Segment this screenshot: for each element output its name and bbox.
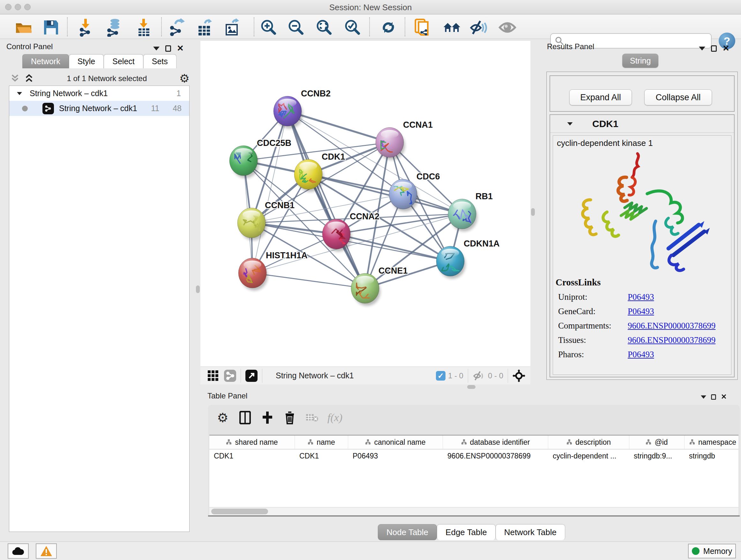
string-protein-query-button[interactable] (414, 18, 432, 37)
table-cell[interactable]: P06493 (348, 449, 443, 462)
network-row[interactable]: String Network – cdk1 11 48 (9, 101, 189, 116)
node-label-CDC6: CDC6 (416, 172, 440, 181)
edge-HIST1H1A-CCNE1[interactable] (253, 273, 365, 288)
hidden-eye-slash-icon[interactable] (473, 371, 485, 381)
network-share-icon[interactable] (224, 370, 236, 382)
node-HIST1H1A[interactable]: HIST1H1A (239, 251, 308, 291)
column-header-database-identifier[interactable]: database identifier (443, 435, 548, 449)
show-graphics-details-button[interactable] (498, 18, 516, 37)
warning-button[interactable] (36, 543, 57, 559)
save-session-button[interactable] (42, 18, 60, 37)
panel-float-icon[interactable] (711, 394, 716, 400)
tab-string[interactable]: String (622, 54, 658, 68)
import-network-from-database-button[interactable] (105, 18, 123, 37)
node-CDK1[interactable]: CDK1 (294, 152, 345, 192)
add-column-icon[interactable] (260, 411, 274, 425)
table-cell[interactable]: CDK1 (209, 449, 295, 462)
table-options-gear-icon[interactable]: ⚙ (216, 411, 230, 425)
network-options-gear-icon[interactable]: ⚙ (179, 73, 190, 84)
function-builder-icon[interactable]: f(x) (327, 412, 342, 424)
expand-all-button[interactable]: Expand All (569, 89, 632, 105)
edge-CCNA2-CDKN1A[interactable] (336, 234, 450, 261)
panel-float-icon[interactable] (711, 45, 717, 52)
panel-float-icon[interactable] (165, 45, 171, 52)
fit-target-icon[interactable] (513, 369, 525, 382)
import-table-button[interactable] (135, 18, 152, 37)
crosslink-link[interactable]: P06493 (628, 292, 654, 302)
table-cell[interactable]: stringdb:9... (629, 449, 684, 462)
hide-unhide-button[interactable] (470, 18, 488, 37)
selected-nodes-checkbox-icon[interactable]: ✓ (436, 371, 446, 381)
crosslink-link[interactable]: 9606.ENSP00000378699 (628, 321, 716, 331)
delete-table-icon[interactable] (305, 411, 319, 425)
birds-eye-grid-icon[interactable] (207, 370, 219, 381)
tab-style[interactable]: Style (69, 54, 104, 68)
cloud-button[interactable] (8, 543, 29, 559)
zoom-fit-button[interactable] (315, 18, 333, 37)
table-cell[interactable]: 9606.ENSP00000378699 (443, 449, 548, 462)
tab-edge-table[interactable]: Edge Table (437, 524, 495, 540)
table-row[interactable]: CDK1CDK1P064939606.ENSP00000378699cyclin… (209, 449, 738, 462)
open-session-button[interactable] (14, 18, 32, 37)
delete-column-icon[interactable] (283, 411, 297, 425)
horizontal-scrollbar[interactable] (209, 508, 738, 515)
panel-menu-icon[interactable] (153, 47, 159, 51)
collection-expand-icon[interactable] (17, 92, 22, 95)
panel-close-icon[interactable]: ✕ (723, 44, 730, 53)
panel-close-icon[interactable]: ✕ (721, 393, 727, 401)
scrollbar-thumb[interactable] (211, 509, 268, 514)
node-CCNA1[interactable]: CCNA1 (376, 120, 433, 160)
collapse-all-icon[interactable] (10, 74, 20, 83)
network-graph[interactable]: CCNB2CCNA1CDC25BCDK1CDC6RB1CCNB1CCNA2CDK… (200, 41, 530, 367)
node-table[interactable]: shared namenamecanonical namedatabase id… (209, 435, 738, 507)
left-splitter-handle[interactable] (196, 286, 200, 293)
node-CCNE1[interactable]: CCNE1 (351, 266, 408, 306)
zoom-out-button[interactable] (287, 18, 305, 37)
export-table-button[interactable] (195, 18, 213, 37)
network-collection-row[interactable]: String Network – cdk1 1 (9, 86, 189, 101)
panel-menu-icon[interactable] (699, 47, 705, 51)
export-network-button[interactable] (168, 18, 186, 37)
edge-CCNB2-CCNA1[interactable] (287, 111, 390, 142)
column-header-shared-name[interactable]: shared name (209, 435, 295, 449)
open-in-window-icon[interactable] (246, 370, 258, 382)
entry-collapse-icon[interactable] (567, 122, 573, 125)
column-header-canonical-name[interactable]: canonical name (348, 435, 443, 449)
tab-node-table[interactable]: Node Table (378, 524, 437, 540)
tab-network[interactable]: Network (22, 54, 69, 68)
network-canvas[interactable]: CCNB2CCNA1CDC25BCDK1CDC6RB1CCNB1CCNA2CDK… (200, 41, 530, 367)
import-network-button[interactable] (77, 18, 95, 37)
bottom-splitter-handle[interactable] (467, 385, 475, 389)
column-header--id[interactable]: @id (629, 435, 684, 449)
tab-select[interactable]: Select (104, 54, 143, 68)
crosslink-link[interactable]: 9606.ENSP00000378699 (628, 335, 716, 345)
edge-CCNB2-CCNE1[interactable] (287, 111, 365, 288)
node-CCNB1[interactable]: CCNB1 (238, 200, 294, 240)
crosslink-link[interactable]: P06493 (628, 350, 654, 360)
table-cell[interactable]: cyclin-dependent ... (548, 449, 629, 462)
column-header-namespace[interactable]: namespace (684, 435, 741, 449)
tab-network-table[interactable]: Network Table (495, 524, 565, 540)
refresh-button[interactable] (380, 18, 397, 37)
collapse-all-button[interactable]: Collapse All (644, 89, 712, 105)
edge-CCNB2-HIST1H1A[interactable] (253, 111, 287, 273)
home-networks-button[interactable] (443, 18, 461, 37)
node-RB1[interactable]: RB1 (448, 192, 493, 232)
table-cell[interactable]: CDK1 (295, 449, 348, 462)
crosslink-link[interactable]: P06493 (628, 307, 654, 316)
zoom-selected-button[interactable] (344, 18, 361, 37)
column-header-name[interactable]: name (295, 435, 348, 449)
table-cell[interactable]: stringdb (684, 449, 741, 462)
expand-all-icon[interactable] (23, 74, 35, 83)
column-header-description[interactable]: description (548, 435, 629, 449)
right-splitter-handle[interactable] (531, 208, 535, 216)
entry-header[interactable]: CDK1 (550, 115, 734, 133)
zoom-in-button[interactable] (260, 18, 278, 37)
panel-close-icon[interactable]: ✕ (177, 44, 184, 53)
export-image-button[interactable] (223, 18, 241, 37)
memory-button[interactable]: Memory (688, 544, 736, 558)
show-columns-icon[interactable] (238, 411, 252, 425)
panel-menu-icon[interactable] (701, 395, 706, 398)
node-CDKN1A[interactable]: CDKN1A (436, 239, 500, 279)
tab-sets[interactable]: Sets (143, 54, 177, 68)
